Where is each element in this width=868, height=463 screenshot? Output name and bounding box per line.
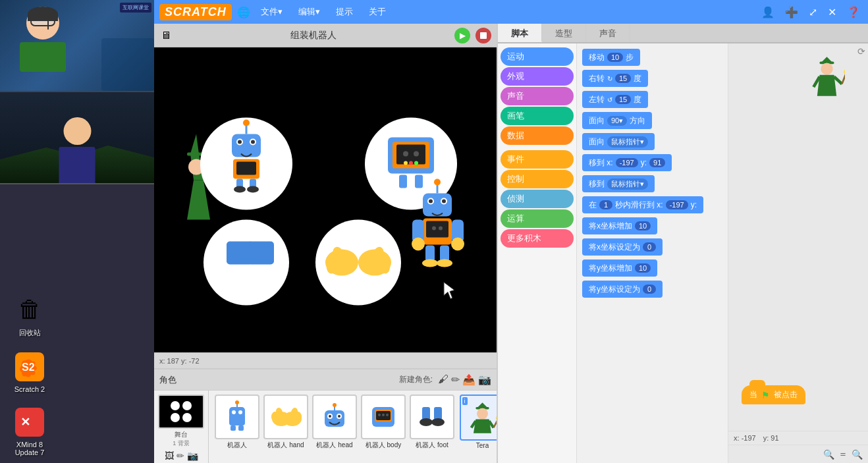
help-icon[interactable]: ❓: [844, 5, 863, 20]
block-face-dropdown[interactable]: 90▾: [607, 116, 627, 126]
add-bg-camera-icon[interactable]: 📷: [187, 450, 198, 461]
menu-tips[interactable]: 提示: [331, 3, 358, 20]
sprite-body-label: 机器人 body: [366, 441, 401, 450]
block-turn-left-value[interactable]: 15: [615, 95, 631, 104]
sprite-item-robot[interactable]: 机器人: [214, 395, 260, 450]
block-change-x[interactable]: 将x坐标增加 10: [582, 217, 657, 234]
block-glide-mid: 秒内滑行到 x:: [615, 200, 663, 211]
block-goto-mouse-label: 移到: [589, 178, 605, 190]
svg-rect-69: [238, 425, 244, 431]
category-operators[interactable]: 运算: [501, 209, 574, 228]
svg-rect-13: [232, 134, 261, 157]
block-move-value[interactable]: 10: [607, 53, 623, 62]
block-glide[interactable]: 在 1 秒内滑行到 x: -197 y:: [582, 196, 703, 213]
block-turn-left[interactable]: 左转 ↺ 15 度: [582, 91, 648, 108]
menu-edit[interactable]: 编辑▾: [293, 3, 325, 20]
script-event-hat[interactable]: 当 ⚑ 被点击: [742, 385, 805, 404]
sprite-item-body[interactable]: 机器人 body: [360, 395, 406, 450]
webcam-banner: 互联网课堂: [120, 3, 151, 13]
stop-button[interactable]: [475, 28, 491, 43]
camera-sprite-icon[interactable]: 📷: [478, 373, 491, 386]
expand-icon[interactable]: ⤢: [806, 5, 820, 20]
webcam-teacher: 互联网课堂: [0, 0, 154, 92]
category-sensing[interactable]: 侦测: [501, 190, 574, 208]
stage-view-icon[interactable]: 🖥: [159, 28, 173, 43]
category-motion[interactable]: 运动: [501, 47, 574, 66]
webcam-student: [0, 92, 154, 184]
block-goto-mouse[interactable]: 移到 鼠标指针▾: [582, 175, 655, 192]
stage-coords-text: x: 187 y: -72: [159, 357, 200, 365]
category-looks[interactable]: 外观: [501, 67, 574, 86]
zoom-in-icon[interactable]: 🔍: [852, 449, 863, 460]
svg-point-61: [451, 238, 464, 251]
block-goto-y[interactable]: 91: [649, 158, 665, 167]
menu-file[interactable]: 文件▾: [256, 3, 288, 20]
sprite-item-tera[interactable]: i: [458, 395, 497, 449]
category-data[interactable]: 数据: [501, 126, 574, 145]
collapse-icon[interactable]: ✕: [825, 5, 839, 20]
xmind-icon[interactable]: ✕ XMind 8 Update 7: [7, 406, 53, 456]
event-label-clicked: 被点击: [774, 389, 798, 400]
svg-point-19: [251, 140, 255, 144]
mini-stage: ⟳: [728, 43, 868, 431]
block-change-y-value[interactable]: 10: [635, 263, 651, 273]
block-goto-label: 移到 x:: [589, 157, 613, 169]
block-turn-right-suffix: 度: [634, 73, 641, 84]
zoom-out-icon[interactable]: 🔍: [823, 449, 834, 460]
block-face-direction[interactable]: 面向 90▾ 方向: [582, 112, 652, 129]
sprite-item-foot[interactable]: 机器人 foot: [409, 395, 455, 450]
menu-about[interactable]: 关于: [364, 3, 391, 20]
event-label-when: 当: [749, 389, 757, 400]
svg-point-108: [821, 63, 832, 74]
category-control[interactable]: 控制: [501, 170, 574, 188]
globe-icon[interactable]: 🌐: [237, 6, 250, 18]
block-face-mouse-dropdown[interactable]: 鼠标指针▾: [607, 136, 648, 148]
sprite-item-head[interactable]: 机器人 head: [312, 395, 358, 450]
svg-rect-68: [231, 425, 236, 431]
block-change-x-value[interactable]: 10: [635, 221, 651, 231]
block-goto-xy[interactable]: 移到 x: -197 y: 91: [582, 154, 672, 171]
edit-sprite-icon[interactable]: ✏: [451, 373, 460, 386]
scratch2-icon[interactable]: S2 Scratch 2: [7, 351, 53, 393]
svg-line-111: [834, 76, 842, 84]
block-turn-right-value[interactable]: 15: [615, 74, 631, 83]
block-set-x[interactable]: 将x坐标设定为 0: [582, 238, 663, 256]
user-icon[interactable]: 👤: [759, 5, 777, 20]
paint-sprite-icon[interactable]: 🖌: [438, 373, 448, 386]
add-bg-edit-icon[interactable]: ✏: [176, 450, 184, 461]
block-goto-x[interactable]: -197: [616, 158, 638, 167]
category-events[interactable]: 事件: [501, 150, 574, 169]
block-move[interactable]: 移动 10 步: [582, 49, 640, 66]
block-face-mouse[interactable]: 面向 鼠标指针▾: [582, 133, 655, 150]
zoom-reset-icon[interactable]: ＝: [838, 449, 848, 460]
category-more[interactable]: 更多积木: [501, 229, 574, 248]
flag-button[interactable]: ▶: [454, 28, 470, 43]
svg-point-24: [234, 186, 246, 193]
add-bg-paint-icon[interactable]: 🖼: [165, 450, 174, 461]
block-set-y-value[interactable]: 0: [643, 285, 656, 294]
category-pen[interactable]: 画笔: [501, 107, 574, 125]
scratch-header: SCRATCH 🌐 文件▾ 编辑▾ 提示 关于 👤 ➕ ⤢ ✕ ❓: [154, 0, 868, 24]
recycle-bin-icon[interactable]: 🗑 回收站: [7, 294, 53, 338]
block-glide-time[interactable]: 1: [599, 200, 612, 209]
tab-scripts[interactable]: 脚本: [498, 24, 542, 42]
upload-sprite-icon[interactable]: 📤: [462, 373, 475, 386]
svg-point-53: [442, 200, 446, 204]
categories-panel: 运动 外观 声音 画笔 数据 事件 控制 侦测 运算 更多积木: [498, 43, 577, 463]
block-set-y[interactable]: 将y坐标设定为 0: [582, 281, 663, 298]
block-goto-mouse-dropdown[interactable]: 鼠标指针▾: [607, 178, 648, 190]
tab-sounds[interactable]: 声音: [586, 24, 630, 42]
svg-rect-39: [248, 242, 274, 265]
svg-point-96: [420, 418, 433, 426]
block-turn-left-suffix: 度: [634, 94, 641, 105]
category-sound[interactable]: 声音: [501, 87, 574, 105]
block-glide-x[interactable]: -197: [666, 200, 688, 209]
block-turn-left-label: 左转: [589, 94, 605, 105]
block-set-x-value[interactable]: 0: [643, 242, 656, 252]
add-icon[interactable]: ➕: [782, 5, 801, 20]
block-turn-right[interactable]: 右转 ↻ 15 度: [582, 70, 648, 87]
sprite-item-hand[interactable]: 机器人 hand: [263, 395, 309, 450]
tab-costumes[interactable]: 造型: [542, 24, 586, 42]
refresh-icon[interactable]: ⟳: [857, 46, 865, 57]
block-change-y[interactable]: 将y坐标增加 10: [582, 259, 657, 277]
